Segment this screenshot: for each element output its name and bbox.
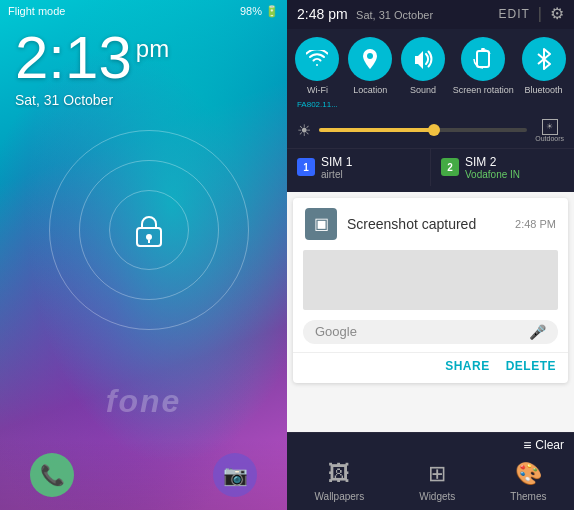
quick-toggles: Wi-Fi FA802.11... Location Sound	[287, 29, 574, 115]
battery-info: 98% 🔋	[240, 5, 279, 18]
brightness-row: ☀ ☀ Outdoors	[287, 115, 574, 148]
bottom-nav: ≡ Clear 🖼 Wallpapers ⊞ Widgets 🎨 Themes	[287, 432, 574, 510]
sim2-badge: 2	[441, 158, 459, 176]
watermark: fone	[106, 383, 182, 420]
toggle-bluetooth[interactable]: Bluetooth	[521, 37, 567, 109]
divider: |	[538, 5, 542, 23]
mic-icon[interactable]: 🎤	[529, 324, 546, 340]
brightness-fill	[319, 128, 434, 132]
lock-icon-container	[129, 210, 169, 250]
bluetooth-circle	[522, 37, 566, 81]
clock-area: 2:13pm Sat, 31 October	[15, 28, 169, 108]
sound-label: Sound	[410, 85, 436, 96]
settings-icon[interactable]: ⚙	[550, 4, 564, 23]
brightness-track[interactable]	[319, 128, 527, 132]
wallpapers-icon: 🖼	[328, 461, 350, 487]
toggle-wifi[interactable]: Wi-Fi FA802.11...	[294, 37, 340, 109]
sim2-carrier: Vodafone IN	[465, 169, 520, 180]
toggle-location[interactable]: Location	[347, 37, 393, 109]
notif-date: Sat, 31 October	[356, 9, 433, 21]
camera-icon: 📷	[223, 463, 248, 487]
wifi-icon	[306, 50, 328, 68]
clear-bar: ≡ Clear	[287, 433, 574, 455]
sim2-name: SIM 2	[465, 155, 520, 169]
left-panel: Flight mode 98% 🔋 2:13pm Sat, 31 October…	[0, 0, 287, 510]
svg-rect-4	[477, 51, 489, 67]
tab-themes[interactable]: 🎨 Themes	[510, 461, 546, 502]
clear-button[interactable]: ≡ Clear	[523, 437, 564, 453]
battery-percentage: 98%	[240, 5, 262, 17]
sim2-item[interactable]: 2 SIM 2 Vodafone IN	[430, 149, 574, 186]
toggle-sound[interactable]: Sound	[400, 37, 446, 109]
right-panel: 2:48 pm Sat, 31 October EDIT | ⚙ Wi-Fi F…	[287, 0, 574, 510]
widgets-icon: ⊞	[428, 461, 446, 487]
google-search-bar[interactable]: Google 🎤	[303, 320, 558, 344]
notif-card-icon: ▣	[305, 208, 337, 240]
themes-label: Themes	[510, 491, 546, 502]
sim1-badge: 1	[297, 158, 315, 176]
sim1-item[interactable]: 1 SIM 1 airtel	[287, 149, 430, 186]
notif-card-header: ▣ Screenshot captured 2:48 PM	[293, 198, 568, 246]
rotation-circle	[461, 37, 505, 81]
sim1-info: SIM 1 airtel	[321, 155, 352, 180]
brightness-icon: ☀	[297, 121, 311, 140]
wifi-circle	[295, 37, 339, 81]
outdoors-toggle[interactable]: ☀ Outdoors	[535, 119, 564, 142]
sim2-info: SIM 2 Vodafone IN	[465, 155, 520, 180]
notif-card-title: Screenshot captured	[347, 216, 505, 232]
clock-time: 2:13pm	[15, 28, 169, 88]
notification-bar: 2:48 pm Sat, 31 October EDIT | ⚙	[287, 0, 574, 29]
phone-icon: 📞	[40, 463, 65, 487]
bottom-bar-left: 📞 📷	[0, 440, 287, 510]
wifi-sublabel: FA802.11...	[297, 100, 338, 109]
bottom-tabs: 🖼 Wallpapers ⊞ Widgets 🎨 Themes	[287, 455, 574, 510]
notif-actions: EDIT | ⚙	[499, 4, 565, 23]
search-placeholder: Google	[315, 324, 521, 339]
outdoors-square: ☀	[542, 119, 558, 135]
location-label: Location	[353, 85, 387, 96]
status-bar-left: Flight mode 98% 🔋	[0, 0, 287, 22]
rotation-label: Screen rotation	[453, 85, 514, 96]
time-date-area: 2:48 pm Sat, 31 October	[297, 5, 433, 23]
wifi-label: Wi-Fi	[307, 85, 328, 96]
svg-point-3	[367, 53, 373, 59]
wallpapers-label: Wallpapers	[315, 491, 365, 502]
battery-icon: 🔋	[265, 5, 279, 18]
flight-mode-label: Flight mode	[8, 5, 240, 17]
notif-time: 2:48 pm	[297, 6, 348, 22]
toggle-rotation[interactable]: Screen rotation	[453, 37, 514, 109]
widgets-label: Widgets	[419, 491, 455, 502]
edit-button[interactable]: EDIT	[499, 7, 530, 21]
brightness-thumb	[428, 124, 440, 136]
share-button[interactable]: SHARE	[445, 359, 490, 373]
notification-card: ▣ Screenshot captured 2:48 PM Google 🎤 S…	[293, 198, 568, 383]
lock-icon	[129, 210, 169, 250]
sound-icon	[412, 49, 434, 69]
sound-circle	[401, 37, 445, 81]
tab-widgets[interactable]: ⊞ Widgets	[419, 461, 455, 502]
notif-card-actions: SHARE DELETE	[293, 352, 568, 383]
themes-icon: 🎨	[515, 461, 542, 487]
tab-wallpapers[interactable]: 🖼 Wallpapers	[315, 461, 365, 502]
camera-button[interactable]: 📷	[213, 453, 257, 497]
clock-date: Sat, 31 October	[15, 92, 169, 108]
delete-button[interactable]: DELETE	[506, 359, 556, 373]
bluetooth-label: Bluetooth	[525, 85, 563, 96]
location-circle	[348, 37, 392, 81]
notif-card-time: 2:48 PM	[515, 218, 556, 230]
svg-point-1	[146, 234, 152, 240]
phone-button[interactable]: 📞	[30, 453, 74, 497]
location-icon	[360, 48, 380, 70]
sim1-carrier: airtel	[321, 169, 352, 180]
sim-row: 1 SIM 1 airtel 2 SIM 2 Vodafone IN	[287, 148, 574, 192]
clear-icon: ≡	[523, 437, 531, 453]
screenshot-icon: ▣	[314, 214, 329, 233]
sim1-name: SIM 1	[321, 155, 352, 169]
clear-label: Clear	[535, 438, 564, 452]
bluetooth-icon	[535, 48, 553, 70]
rotation-icon	[472, 48, 494, 70]
outdoors-label: Outdoors	[535, 135, 564, 142]
screenshot-preview	[303, 250, 558, 310]
